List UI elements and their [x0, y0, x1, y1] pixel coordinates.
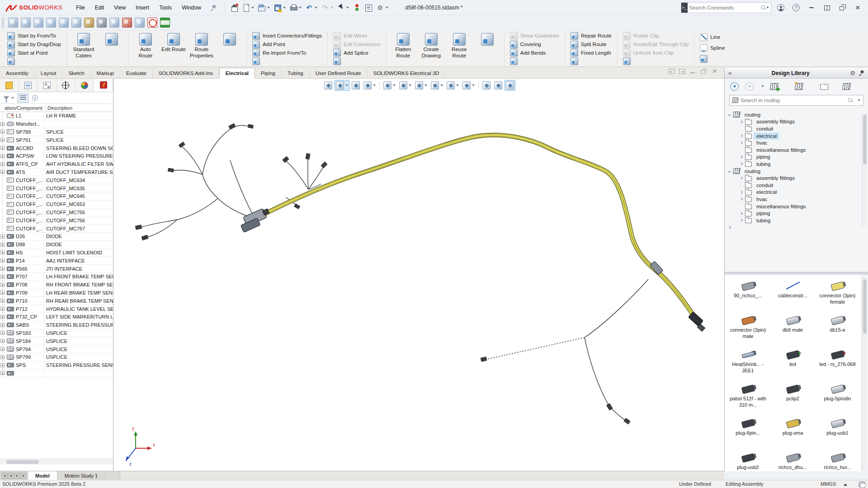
save-button[interactable]: [272, 3, 287, 13]
component-row[interactable]: P707 LH FRONT BRAKE TEMP SEN: [0, 273, 113, 281]
command-tab[interactable]: Piping: [255, 68, 282, 78]
ribbon-button[interactable]: Add Splice: [331, 49, 382, 57]
chevron-icon[interactable]: [740, 219, 743, 222]
help-button[interactable]: ?: [789, 2, 803, 14]
component-row[interactable]: P712 HYDRAULIC TANK LEVEL SE: [0, 305, 113, 313]
chevron-icon[interactable]: [740, 177, 743, 180]
expand-icon[interactable]: [0, 243, 5, 247]
component-row[interactable]: CUTOFF_... CUTOFF_MC634: [0, 176, 113, 184]
redo-button[interactable]: ↷: [320, 3, 335, 13]
panel-pin-icon[interactable]: [859, 70, 864, 76]
column-header-description[interactable]: Description: [46, 105, 113, 111]
ribbon-button[interactable]: Edit Wires: [331, 32, 382, 40]
tree-item[interactable]: assembly fittings: [726, 118, 868, 126]
ribbon-button[interactable]: [698, 53, 726, 64]
component-row[interactable]: HS HOIST LIMIT SOLENOID: [0, 249, 113, 257]
command-tab[interactable]: SOLIDWORKS Add-Ins: [153, 68, 219, 78]
library-item[interactable]: richco_dhu...: [770, 450, 815, 471]
ribbon-button[interactable]: Add Point: [250, 40, 324, 49]
command-tab[interactable]: Sketch: [62, 68, 90, 78]
split-view-button[interactable]: [820, 2, 834, 14]
tab-display-manager[interactable]: [75, 79, 94, 92]
expand-icon[interactable]: [0, 323, 5, 327]
chevron-icon[interactable]: [740, 155, 743, 159]
expand-icon[interactable]: [0, 154, 5, 158]
expand-icon[interactable]: [0, 170, 5, 174]
toolbar-icon-1[interactable]: [8, 18, 18, 28]
expand-icon[interactable]: [0, 122, 5, 126]
component-row[interactable]: CUTOFF_... CUTOFF_MC756: [0, 216, 113, 225]
library-item[interactable]: led - rs_276-068: [815, 347, 860, 382]
ribbon-button[interactable]: [621, 57, 691, 66]
print-button[interactable]: [288, 3, 303, 13]
component-row[interactable]: SABS STEERING BLEED PRESSURE: [0, 321, 113, 329]
tree-item[interactable]: piping: [726, 154, 868, 161]
expand-icon[interactable]: [0, 146, 5, 150]
ribbon-button[interactable]: [508, 57, 561, 66]
ribbon-button[interactable]: [5, 57, 63, 66]
library-item[interactable]: pclip2: [770, 382, 815, 416]
no-entry-icon[interactable]: [147, 18, 157, 28]
expand-icon[interactable]: [0, 267, 5, 271]
command-tab[interactable]: Tubing: [282, 68, 310, 78]
library-search-box[interactable]: [729, 95, 863, 106]
expand-icon[interactable]: [0, 363, 5, 367]
home-button[interactable]: [229, 3, 240, 13]
ribbon-button[interactable]: [474, 32, 500, 48]
chevron-icon[interactable]: [740, 120, 743, 123]
component-row[interactable]: D88 DIODE: [0, 241, 113, 249]
toolbar-icon-6[interactable]: [71, 18, 81, 28]
undo-button[interactable]: ↶: [304, 3, 319, 13]
ribbon-button[interactable]: [250, 57, 324, 66]
expand-icon[interactable]: [0, 299, 5, 303]
rotate-view-icon[interactable]: [493, 80, 504, 91]
command-tab[interactable]: Markup: [91, 68, 120, 78]
tree-item[interactable]: hvac: [726, 196, 868, 203]
command-tab[interactable]: Electrical: [219, 68, 255, 79]
ribbon-button[interactable]: [569, 57, 613, 66]
panel-settings-icon[interactable]: ⚙: [850, 70, 855, 76]
chevron-icon[interactable]: [728, 226, 731, 229]
ribbon-button[interactable]: Standard Cables: [71, 32, 97, 61]
expand-icon[interactable]: [0, 339, 5, 343]
toolbar-icon-4[interactable]: [46, 18, 56, 28]
tree-item[interactable]: miscellaneous fittings: [726, 203, 868, 210]
component-row[interactable]: P732_CP LEFT SIDE MARKER/TURN LI: [0, 313, 113, 321]
toolbar-icon-10[interactable]: [122, 18, 132, 28]
tree-item[interactable]: assembly fittings: [726, 174, 868, 182]
ribbon-button[interactable]: Route Properties: [189, 32, 215, 61]
previous-view-icon[interactable]: [350, 80, 361, 91]
account-button[interactable]: [774, 2, 788, 14]
search-commands-input[interactable]: [688, 5, 761, 10]
expand-icon[interactable]: [0, 138, 5, 142]
library-item[interactable]: cableconstr...: [770, 279, 815, 313]
doc-minimize-icon[interactable]: [690, 69, 696, 74]
ribbon-button[interactable]: Auto Route: [132, 32, 159, 61]
tree-item[interactable]: electrical: [726, 189, 868, 196]
ribbon-button[interactable]: Edit Connectors: [331, 40, 382, 49]
study-tab[interactable]: Model: [28, 471, 57, 480]
toolbar-icon-2[interactable]: [21, 18, 31, 28]
history-dropdown-icon[interactable]: [761, 85, 764, 87]
expand-icon[interactable]: [0, 315, 5, 319]
component-row[interactable]: P710 RH REAR BRAKE TEMP SENS: [0, 297, 113, 305]
tab-property-manager[interactable]: [19, 79, 38, 92]
tree-item[interactable]: tubing: [726, 217, 868, 224]
expand-icon[interactable]: [0, 275, 5, 279]
component-row[interactable]: SPS STEERING PRESSURE SENSO: [0, 361, 113, 370]
last-tab-icon[interactable]: [20, 473, 26, 479]
ribbon-button[interactable]: Show Guidelines: [508, 32, 561, 40]
display-style-icon[interactable]: [398, 80, 413, 91]
expand-icon[interactable]: [0, 355, 5, 359]
pan-icon[interactable]: [481, 80, 492, 91]
create-new-folder-icon[interactable]: [820, 84, 828, 90]
chevron-icon[interactable]: [740, 134, 743, 137]
library-item[interactable]: plug-sma: [770, 416, 815, 450]
menu-item[interactable]: File: [71, 3, 89, 13]
tree-item[interactable]: [726, 224, 868, 231]
component-row[interactable]: SP791 SPLICE: [0, 136, 113, 144]
component-row[interactable]: SP183 USPLICE: [0, 329, 113, 338]
component-row[interactable]: L1 LH R FRAME: [0, 112, 113, 120]
ribbon-button[interactable]: [331, 57, 382, 66]
search-icon[interactable]: [761, 5, 764, 10]
